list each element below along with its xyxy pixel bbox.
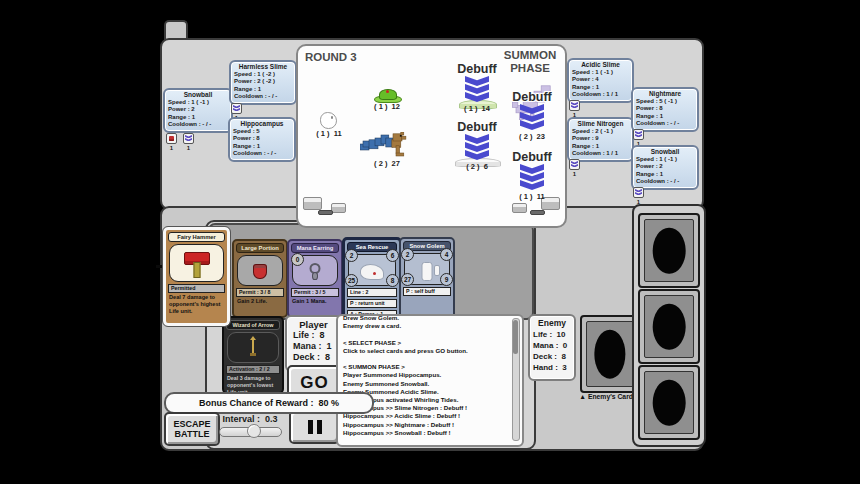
log-line: < SUMMON PHASE >: [343, 363, 510, 371]
stat-badge-bl: 27: [401, 273, 414, 286]
unit-range: Range : 1: [569, 84, 632, 91]
red-status-icon: [166, 133, 177, 144]
unit-label: ( 1 ) 11: [308, 129, 350, 138]
debuff-chevrons-icon: [506, 164, 558, 190]
card-art: [169, 244, 224, 282]
card-mana-earring[interactable]: Mana Earring 0 Permit : 3 / 5 Gain 1 Man…: [287, 239, 343, 318]
card-fairy-hammer[interactable]: Fairy Hammer Permitted Deal 7 damage to …: [163, 227, 230, 326]
seahorse-eye: [373, 272, 376, 275]
enemy-card-back: [638, 365, 700, 440]
player-mana: Mana : 1: [287, 341, 340, 352]
unit-cooldown: Cooldown : - / -: [633, 178, 697, 185]
log-line: Enemy Summoned Snowball.: [343, 380, 510, 388]
pause-icon: [308, 420, 313, 434]
unit-range: Range : 1: [633, 113, 697, 120]
debuff-chevron-icon: [183, 133, 194, 144]
unit-power: Power : 8: [230, 135, 294, 142]
card-sea-rescue[interactable]: Sea Rescue 2 6 25 8 Line : 2 P : return …: [342, 237, 402, 321]
snow-mound: [303, 197, 322, 210]
debuff-chevrons-icon: [506, 104, 558, 130]
status-count: 1: [183, 144, 194, 152]
debuff-chevron-icon: [231, 103, 242, 114]
card-back-face: [644, 219, 694, 282]
stat-badge-tr: 6: [386, 249, 399, 262]
log-line: Hippocampus >> Nightmare : Debuff !: [343, 421, 510, 429]
unit-range: Range : 1: [165, 114, 231, 121]
stat-badge-br: 8: [386, 274, 399, 287]
unit-power: Power : 2: [633, 163, 697, 170]
debuff-indicator: Debuff ( 2 ) 23: [506, 90, 558, 130]
log-line: Click to select cards and press GO butto…: [343, 347, 510, 355]
marker-bar: [318, 210, 333, 215]
log-line: Hippocampus >> Snowball : Debuff !: [343, 429, 510, 437]
stat-panel-hippocampus: Hippocampus Speed : 5 Power : 8 Range : …: [228, 117, 296, 162]
player-title: Player: [287, 319, 340, 330]
unit-power: Power : 4: [569, 76, 632, 83]
debuff-indicator: Debuff ( 1 ) 14: [451, 62, 503, 102]
enemy-card-back: [638, 213, 700, 288]
card-wizard-of-arrow[interactable]: Wizard of Arrow Activation : 2 / 2 Deal …: [222, 316, 284, 394]
arrow-icon: [252, 339, 254, 354]
card-counter-badge: 0: [291, 253, 304, 266]
phase-line: PHASE: [499, 62, 561, 75]
unit-cooldown: Cooldown : - / -: [165, 121, 231, 128]
battle-area: ROUND 3 SUMMON PHASE ( 1 ) 12 ( 1 ) 11: [296, 44, 567, 228]
interval-slider-thumb[interactable]: [247, 424, 261, 438]
stat-panel-snowball-right: Snowball Speed : 1 ( -1 ) Power : 2 Rang…: [631, 145, 699, 190]
unit-power: Power : 8: [633, 105, 697, 112]
unit-name: Snowball: [633, 148, 697, 156]
unit-name: Nightmare: [633, 90, 697, 98]
enemy-card-column: [632, 204, 706, 447]
unit-name: Snowball: [165, 91, 231, 99]
unit-cooldown: Cooldown : - / -: [633, 120, 697, 127]
enemy-mana: Mana : 0: [530, 340, 574, 351]
unit-cooldown: Cooldown : 1 / 1: [569, 91, 632, 98]
hammer-handle: [193, 262, 200, 278]
log-lines: Drew Snow Golem.Enemy drew a card.< SELE…: [338, 314, 522, 439]
unit-name: Harmless Slime: [231, 63, 295, 71]
debuff-chevron-icon: [569, 159, 580, 170]
debuff-chevrons-icon: [451, 76, 503, 102]
round-label: ROUND 3: [305, 51, 357, 63]
card-description: Deal 7 damage to opponent's highest Life…: [169, 294, 224, 316]
unit-cooldown: Cooldown : - / -: [230, 150, 294, 157]
bonus-chance-label: Bonus Chance of Reward : 80 %: [199, 398, 339, 408]
potion-icon: [253, 264, 267, 279]
card-snow-golem[interactable]: Snow Golem 2 4 27 9 P : self buff: [399, 237, 455, 319]
log-line: < SELECT PHASE >: [343, 339, 510, 347]
log-line: Player Summoned Hippocampus.: [343, 371, 510, 379]
unit-speed: Speed : 2 ( -1 ): [569, 128, 632, 135]
stat-badge-bl: 25: [345, 274, 358, 287]
arrow-head: [250, 336, 256, 340]
card-back-face: [644, 295, 694, 358]
golem-arm: [434, 265, 440, 276]
debuff-text: Debuff: [451, 120, 503, 134]
enemy-card-back: [638, 289, 700, 364]
pause-button[interactable]: [289, 410, 340, 444]
scrollbar-thumb[interactable]: [513, 320, 518, 354]
card-art: 0: [292, 255, 338, 286]
log-line: Hippocampus >> Acidic Slime : Debuff !: [343, 412, 510, 420]
card-activation-bar: Activation : 2 / 2: [226, 365, 280, 374]
log-line: [343, 330, 510, 338]
unit-label: ( 1 ) 12: [366, 102, 408, 111]
battle-log: Drew Snow Golem.Enemy drew a card.< SELE…: [336, 314, 524, 447]
card-back-oval: [653, 379, 686, 425]
unit-name: Slime Nitrogen: [569, 120, 632, 128]
card-large-portion[interactable]: Large Portion Permit : 3 / 8 Gain 2 Life…: [232, 239, 288, 318]
unit-label: ( 2 ) 6: [451, 162, 503, 171]
unit-range: Range : 1: [230, 143, 294, 150]
log-scrollbar[interactable]: [512, 318, 520, 441]
unit-hippocampus: [360, 132, 411, 159]
card-art: [237, 255, 283, 286]
stat-badge-br: 9: [440, 273, 453, 286]
card-back-oval: [594, 330, 625, 379]
debuff-chevron-icon: [569, 100, 580, 111]
stat-panel-nightmare: Nightmare Speed : 5 ( -1 ) Power : 8 Ran…: [631, 87, 699, 132]
card-back-oval: [653, 227, 686, 273]
stat-panel-snowball-left: Snowball Speed : 1 ( -1 ) Power : 2 Rang…: [163, 88, 233, 133]
unit-speed: Speed : 1 ( -2 ): [231, 71, 295, 78]
card-status-bar: Permitted: [168, 284, 225, 293]
player-life: Life : 8: [287, 330, 340, 341]
go-button-label: GO: [300, 373, 328, 393]
